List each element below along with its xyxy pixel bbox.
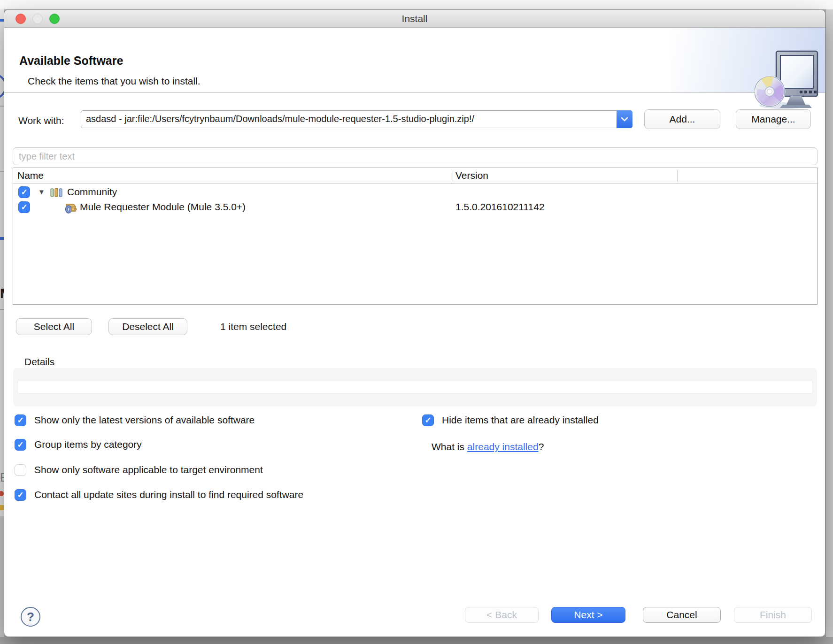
already-installed-link[interactable]: already installed [467,441,539,452]
what-is-prefix: What is [432,441,467,452]
page-subtitle: Check the items that you wish to install… [28,76,201,87]
details-label: Details [24,356,54,368]
checkbox[interactable] [422,414,434,426]
option-label: Group items by category [34,439,142,450]
background-top-strip [0,0,833,9]
what-is-installed-text: What is already installed? [432,441,544,452]
background-right-strip [826,9,833,637]
category-icon [50,186,63,199]
option-hide-installed[interactable]: Hide items that are already installed [422,414,599,426]
selection-status: 1 item selected [220,321,286,332]
column-divider[interactable] [453,170,453,182]
tree-row-feature[interactable]: Mule Requester Module (Mule 3.5.0+) 1.5.… [13,200,817,215]
cancel-button[interactable]: Cancel [643,607,721,623]
category-label[interactable]: Community [67,186,117,198]
option-group-by-category[interactable]: Group items by category [15,438,142,451]
filter-input[interactable] [13,147,818,165]
checkbox[interactable] [15,489,26,501]
page-title: Available Software [19,54,123,68]
software-tree-table[interactable]: Name Version ▼ Community [13,168,818,305]
add-button[interactable]: Add... [644,109,720,129]
work-with-combo[interactable]: asdasd - jar:file:/Users/fcytrynbaum/Dow… [81,110,632,128]
deselect-all-button[interactable]: Deselect All [108,318,187,335]
checkbox[interactable] [15,414,26,426]
finish-button: Finish [734,607,812,623]
feature-label[interactable]: Mule Requester Module (Mule 3.5.0+) [80,201,246,213]
checkbox[interactable] [15,464,26,476]
work-with-label: Work with: [18,115,64,126]
checkbox[interactable] [15,439,26,451]
manage-button[interactable]: Manage... [736,109,811,129]
column-header-version[interactable]: Version [455,170,488,181]
what-is-suffix: ? [539,441,544,452]
window-title: Install [4,13,825,24]
details-content[interactable] [17,381,813,394]
select-all-button[interactable]: Select All [16,318,92,335]
wizard-banner: Available Software Check the items that … [4,28,825,93]
column-header-name[interactable]: Name [17,170,44,181]
work-with-dropdown-button[interactable] [617,110,632,128]
chevron-down-icon [621,117,628,122]
work-with-value[interactable]: asdasd - jar:file:/Users/fcytrynbaum/Dow… [86,114,600,124]
feature-version: 1.5.0.201610211142 [455,201,545,213]
back-button: < Back [465,607,539,623]
category-checkbox[interactable] [18,186,30,198]
option-label: Show only software applicable to target … [34,464,263,475]
next-button[interactable]: Next > [551,607,625,623]
option-label: Hide items that are already installed [442,414,599,426]
help-button[interactable]: ? [21,607,40,627]
column-divider[interactable] [677,170,678,182]
background-artifact [0,491,4,496]
option-applicable-to-target[interactable]: Show only software applicable to target … [15,464,263,476]
option-show-latest-versions[interactable]: Show only the latest versions of availab… [15,414,255,426]
install-software-icon [755,48,825,110]
option-contact-update-sites[interactable]: Contact all update sites during install … [15,489,303,501]
background-artifact [0,505,4,510]
title-bar[interactable]: Install [4,10,825,28]
feature-checkbox[interactable] [18,201,30,213]
tree-row-category[interactable]: ▼ Community [13,185,817,200]
expand-collapse-twisty[interactable]: ▼ [38,188,45,196]
option-label: Contact all update sites during install … [34,489,303,500]
install-dialog: Install Available Software Check the ite… [4,9,825,637]
details-panel [13,368,817,406]
feature-icon [63,200,77,215]
option-label: Show only the latest versions of availab… [34,414,255,426]
table-header[interactable]: Name Version [13,168,817,184]
